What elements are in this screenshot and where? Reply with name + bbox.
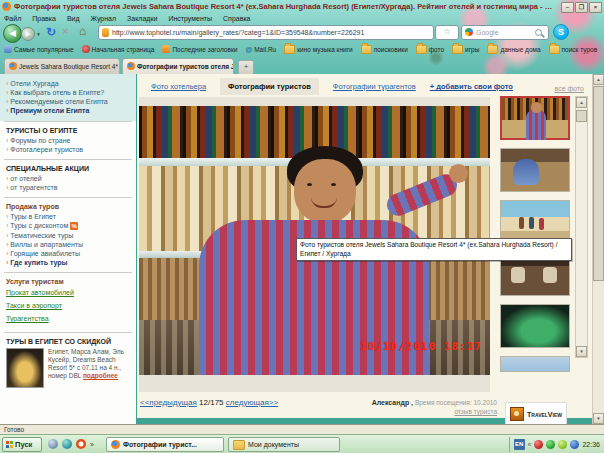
tray-icon-green[interactable] <box>546 440 555 449</box>
tour-ad[interactable]: Египет, Марса Алам, Эль Кусейр, Dreams B… <box>6 348 130 388</box>
quick-launch-icon-1[interactable] <box>48 439 58 449</box>
menu-edit[interactable]: Правка <box>32 15 56 22</box>
reload-button[interactable]: ↻ <box>46 25 56 39</box>
tab-agent-photos[interactable]: Фотографии турагентов <box>333 82 416 91</box>
bookmark-folder-games[interactable]: игры <box>452 45 479 54</box>
main-content: Фото хотельера Фотографии туристов Фотог… <box>137 74 592 418</box>
tray-collapse-icon[interactable]: « <box>528 441 532 448</box>
taskbar-task-firefox[interactable]: Фотографии турист... <box>106 437 224 452</box>
bookmark-folder-home-data[interactable]: данные дома <box>487 45 540 54</box>
sidebar-item-tours-egypt[interactable]: ›Туры в Египет <box>6 213 130 220</box>
quick-launch-more-icon[interactable]: » <box>90 441 94 448</box>
url-text[interactable]: http://www.tophotel.ru/main/gallery_rate… <box>112 29 364 36</box>
bookmark-folder-photo[interactable]: фото <box>416 45 444 54</box>
folder-icon <box>487 45 498 54</box>
url-bar[interactable]: http://www.tophotel.ru/main/gallery_rate… <box>98 25 434 40</box>
sidebar-item-from-agencies[interactable]: ›от турагентств <box>6 184 130 191</box>
menu-history[interactable]: Журнал <box>91 15 117 22</box>
search-icon[interactable] <box>535 29 542 36</box>
sidebar-item-hot-tickets[interactable]: ›Горящие авиабилеты <box>6 250 130 257</box>
scrollbar-thumb[interactable] <box>576 110 587 122</box>
scroll-up-button[interactable]: ▲ <box>576 97 587 108</box>
tray-icon-lime[interactable] <box>558 440 567 449</box>
bookmark-mailru[interactable]: @Mail.Ru <box>245 46 276 53</box>
next-page-link[interactable]: следующая>> <box>226 398 278 407</box>
photo-thumbnail[interactable] <box>500 356 570 372</box>
sidebar-item-discount-tours[interactable]: ›Туры с дисконтом % <box>6 222 130 230</box>
sidebar-item-photo-galleries[interactable]: ›Фотогалереи туристов <box>6 146 130 153</box>
start-button[interactable]: Пуск <box>2 437 42 452</box>
tab-tourist-photos-active[interactable]: Фотографии туристов <box>220 78 319 95</box>
sidebar-item-how-to-choose[interactable]: ›Как выбрать отель в Египте? <box>6 89 132 96</box>
bookmark-folder-movies[interactable]: кино музыка книги <box>284 45 352 54</box>
search-box[interactable]: Google <box>461 25 549 40</box>
quick-launch-icon-3[interactable] <box>76 439 86 449</box>
tour-ad-more-link[interactable]: подробнее <box>83 372 118 379</box>
restore-button[interactable]: ❐ <box>575 2 588 13</box>
menu-bar: Файл Правка Вид Журнал Закладки Инструме… <box>0 13 604 23</box>
folder-icon <box>416 45 427 54</box>
scrollbar-thumb[interactable] <box>593 86 604 281</box>
pagination: <<предыдущая 12/175 следующая>> <box>140 398 278 407</box>
bookmark-latest-headlines[interactable]: Последние заголовки <box>162 45 237 53</box>
sidebar-item-premium[interactable]: ›Премиум отели Египта <box>6 107 132 114</box>
scroll-down-button[interactable]: ▼ <box>576 346 587 357</box>
prev-page-link[interactable]: <<предыдущая <box>140 398 197 407</box>
bookmark-home-page[interactable]: Начальная страница <box>82 45 155 53</box>
photo-thumbnail-selected[interactable] <box>500 96 570 140</box>
sidebar-item-where-to-buy[interactable]: ›Где купить туры <box>6 259 130 266</box>
tray-icon-red[interactable] <box>534 440 543 449</box>
language-indicator[interactable]: EN <box>514 439 525 450</box>
menu-help[interactable]: Справка <box>223 15 250 22</box>
star-icon[interactable]: ☆ <box>443 27 450 36</box>
all-photos-link[interactable]: все фото <box>555 85 585 92</box>
photo-thumbnail[interactable] <box>500 148 570 192</box>
bookmarks-toolbar: Самые популярные Начальная страница Посл… <box>0 42 604 56</box>
scroll-up-button[interactable]: ▲ <box>593 74 604 85</box>
sidebar-item-villas[interactable]: ›Виллы и апартаменты <box>6 241 130 248</box>
thumbnail-scrollbar[interactable]: ▲ ▼ <box>575 96 588 358</box>
title-bar: Фотографии туристов отеля Jewels Sahara … <box>0 0 604 13</box>
tour-ad-photo[interactable] <box>6 348 44 388</box>
sidebar-item-theme-tours[interactable]: ›Тематические туры <box>6 232 130 239</box>
sidebar-item-from-hotels[interactable]: ›от отелей <box>6 175 130 182</box>
search-placeholder[interactable]: Google <box>476 29 499 36</box>
new-tab-button[interactable]: + <box>238 60 254 75</box>
stop-button[interactable]: × <box>62 25 68 37</box>
tooltip-line-1: Фото туристов отеля Jewels Sahara Boutiq… <box>300 241 568 250</box>
bookmark-folder-search[interactable]: поисковики <box>361 45 408 54</box>
skype-icon[interactable]: S <box>553 24 569 40</box>
browser-tab-1[interactable]: Jewels Sahara Boutique Resort 4* (ex.S..… <box>4 58 120 74</box>
sidebar-item-forums[interactable]: ›Форумы по стране <box>6 137 130 144</box>
home-button[interactable]: ⌂ <box>79 24 86 38</box>
quick-launch-icon-2[interactable] <box>62 439 72 449</box>
close-button[interactable]: × <box>589 2 602 13</box>
add-photo-link[interactable]: + добавить свои фото <box>430 82 513 91</box>
back-button[interactable]: ◀ <box>3 24 22 43</box>
sidebar-item-car-rental[interactable]: Прокат автомобилей <box>6 289 130 296</box>
taskbar-task-my-documents[interactable]: Мои документы <box>228 437 340 452</box>
bookmark-star-button[interactable]: ☆ <box>435 25 459 40</box>
menu-file[interactable]: Файл <box>4 15 21 22</box>
forward-button[interactable]: ▶ <box>21 27 35 41</box>
menu-tools[interactable]: Инструменты <box>168 15 212 22</box>
browser-tab-2-active[interactable]: Фотографии туристов отеля Je...× <box>122 58 234 74</box>
sidebar-item-hotels-hurghada[interactable]: ›Отели Хургада <box>6 80 132 87</box>
tab-hotelier-photos[interactable]: Фото хотельера <box>151 82 206 91</box>
scroll-down-button[interactable]: ▼ <box>593 413 604 424</box>
photo-thumbnail[interactable] <box>500 304 570 348</box>
sidebar-item-airport-taxi[interactable]: Такси в аэропорт <box>6 302 130 309</box>
minimize-button[interactable]: – <box>561 2 574 13</box>
sidebar-section-special: СПЕЦИАЛЬНЫЕ АКЦИИ ›от отелей ›от тураген… <box>4 159 132 197</box>
bookmark-folder-tours[interactable]: поиск туров <box>549 45 598 54</box>
travelview-logo[interactable]: TravelView <box>505 402 567 424</box>
browser-scrollbar[interactable]: ▲ ▼ <box>592 74 604 424</box>
bookmark-most-popular[interactable]: Самые популярные <box>4 45 74 53</box>
tourist-review-link[interactable]: отзыв туриста <box>454 408 497 415</box>
sidebar-item-travel-agencies[interactable]: Турагентства <box>6 315 130 322</box>
menu-bookmarks[interactable]: Закладки <box>127 15 157 22</box>
history-dropdown-icon[interactable]: ▼ <box>36 31 41 37</box>
tray-icon-blue[interactable] <box>570 440 579 449</box>
sidebar-item-recommended[interactable]: ›Рекомендуемые отели Египта <box>6 98 132 105</box>
menu-view[interactable]: Вид <box>67 15 80 22</box>
